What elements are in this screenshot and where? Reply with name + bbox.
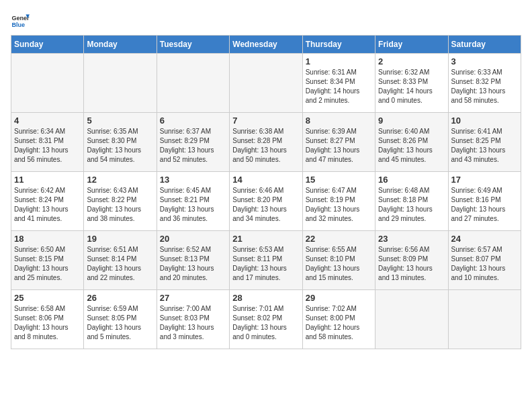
day-cell: 12Sunrise: 6:43 AMSunset: 8:22 PMDayligh…	[84, 172, 157, 231]
day-cell: 23Sunrise: 6:56 AMSunset: 8:09 PMDayligh…	[375, 231, 448, 290]
header-cell-sunday: Sunday	[11, 36, 84, 54]
day-cell	[11, 54, 84, 113]
day-info: Sunrise: 6:38 AMSunset: 8:28 PMDaylight:…	[232, 127, 299, 165]
header-cell-wednesday: Wednesday	[230, 36, 302, 54]
day-cell: 15Sunrise: 6:47 AMSunset: 8:19 PMDayligh…	[302, 172, 375, 231]
day-cell: 21Sunrise: 6:53 AMSunset: 8:11 PMDayligh…	[230, 231, 302, 290]
day-cell: 5Sunrise: 6:35 AMSunset: 8:30 PMDaylight…	[84, 113, 157, 172]
day-number: 3	[451, 56, 518, 66]
day-info: Sunrise: 6:45 AMSunset: 8:21 PMDaylight:…	[160, 186, 226, 224]
day-cell: 8Sunrise: 6:39 AMSunset: 8:27 PMDaylight…	[302, 113, 375, 172]
day-info: Sunrise: 6:31 AMSunset: 8:34 PMDaylight:…	[306, 68, 372, 105]
day-cell: 20Sunrise: 6:52 AMSunset: 8:13 PMDayligh…	[157, 231, 229, 290]
day-number: 21	[232, 234, 299, 244]
day-info: Sunrise: 6:56 AMSunset: 8:09 PMDaylight:…	[378, 245, 445, 283]
day-number: 29	[306, 293, 372, 303]
day-cell: 25Sunrise: 6:58 AMSunset: 8:06 PMDayligh…	[11, 290, 84, 349]
day-cell	[157, 54, 229, 113]
day-cell: 13Sunrise: 6:45 AMSunset: 8:21 PMDayligh…	[157, 172, 229, 231]
logo-icon: General Blue	[11, 11, 30, 30]
day-cell	[84, 54, 157, 113]
day-number: 20	[160, 234, 226, 244]
day-number: 26	[87, 293, 153, 303]
day-number: 18	[14, 234, 81, 244]
calendar-table: SundayMondayTuesdayWednesdayThursdayFrid…	[11, 35, 521, 349]
day-info: Sunrise: 6:33 AMSunset: 8:32 PMDaylight:…	[451, 68, 518, 105]
day-cell: 10Sunrise: 6:41 AMSunset: 8:25 PMDayligh…	[448, 113, 521, 172]
week-row-3: 11Sunrise: 6:42 AMSunset: 8:24 PMDayligh…	[11, 172, 521, 231]
day-cell: 29Sunrise: 7:02 AMSunset: 8:00 PMDayligh…	[302, 290, 375, 349]
day-info: Sunrise: 6:34 AMSunset: 8:31 PMDaylight:…	[14, 127, 81, 165]
day-number: 15	[306, 175, 372, 185]
day-number: 13	[160, 175, 226, 185]
week-row-1: 1Sunrise: 6:31 AMSunset: 8:34 PMDaylight…	[11, 54, 521, 113]
day-number: 8	[306, 116, 372, 126]
day-cell: 19Sunrise: 6:51 AMSunset: 8:14 PMDayligh…	[84, 231, 157, 290]
day-number: 24	[451, 234, 518, 244]
day-cell: 14Sunrise: 6:46 AMSunset: 8:20 PMDayligh…	[230, 172, 302, 231]
day-info: Sunrise: 6:49 AMSunset: 8:16 PMDaylight:…	[451, 186, 518, 224]
day-cell: 2Sunrise: 6:32 AMSunset: 8:33 PMDaylight…	[375, 54, 448, 113]
day-cell: 7Sunrise: 6:38 AMSunset: 8:28 PMDaylight…	[230, 113, 302, 172]
svg-text:Blue: Blue	[11, 21, 25, 28]
day-info: Sunrise: 6:39 AMSunset: 8:27 PMDaylight:…	[306, 127, 372, 165]
day-number: 1	[306, 56, 372, 66]
day-number: 28	[232, 293, 299, 303]
day-number: 5	[87, 116, 153, 126]
day-info: Sunrise: 6:40 AMSunset: 8:26 PMDaylight:…	[378, 127, 445, 165]
day-cell: 26Sunrise: 6:59 AMSunset: 8:05 PMDayligh…	[84, 290, 157, 349]
day-info: Sunrise: 6:37 AMSunset: 8:29 PMDaylight:…	[160, 127, 226, 165]
day-cell: 1Sunrise: 6:31 AMSunset: 8:34 PMDaylight…	[302, 54, 375, 113]
week-row-5: 25Sunrise: 6:58 AMSunset: 8:06 PMDayligh…	[11, 290, 521, 349]
day-number: 4	[14, 116, 81, 126]
day-cell	[375, 290, 448, 349]
day-cell: 22Sunrise: 6:55 AMSunset: 8:10 PMDayligh…	[302, 231, 375, 290]
header-cell-tuesday: Tuesday	[157, 36, 229, 54]
day-number: 11	[14, 175, 81, 185]
header-cell-thursday: Thursday	[302, 36, 375, 54]
day-info: Sunrise: 6:58 AMSunset: 8:06 PMDaylight:…	[14, 304, 81, 342]
day-info: Sunrise: 6:50 AMSunset: 8:15 PMDaylight:…	[14, 245, 81, 283]
day-number: 27	[160, 293, 226, 303]
day-info: Sunrise: 7:00 AMSunset: 8:03 PMDaylight:…	[160, 304, 226, 342]
day-info: Sunrise: 6:51 AMSunset: 8:14 PMDaylight:…	[87, 245, 153, 283]
day-info: Sunrise: 7:02 AMSunset: 8:00 PMDaylight:…	[306, 304, 372, 342]
day-cell: 28Sunrise: 7:01 AMSunset: 8:02 PMDayligh…	[230, 290, 302, 349]
day-cell: 17Sunrise: 6:49 AMSunset: 8:16 PMDayligh…	[448, 172, 521, 231]
day-number: 16	[378, 175, 445, 185]
day-info: Sunrise: 6:55 AMSunset: 8:10 PMDaylight:…	[306, 245, 372, 283]
day-info: Sunrise: 7:01 AMSunset: 8:02 PMDaylight:…	[232, 304, 299, 342]
day-number: 25	[14, 293, 81, 303]
logo: General Blue	[11, 11, 30, 30]
day-cell	[448, 290, 521, 349]
day-number: 2	[378, 56, 445, 66]
week-row-4: 18Sunrise: 6:50 AMSunset: 8:15 PMDayligh…	[11, 231, 521, 290]
header-cell-friday: Friday	[375, 36, 448, 54]
day-cell: 24Sunrise: 6:57 AMSunset: 8:07 PMDayligh…	[448, 231, 521, 290]
day-info: Sunrise: 6:57 AMSunset: 8:07 PMDaylight:…	[451, 245, 518, 283]
day-info: Sunrise: 6:42 AMSunset: 8:24 PMDaylight:…	[14, 186, 81, 224]
day-info: Sunrise: 6:53 AMSunset: 8:11 PMDaylight:…	[232, 245, 299, 283]
day-info: Sunrise: 6:47 AMSunset: 8:19 PMDaylight:…	[306, 186, 372, 224]
day-info: Sunrise: 6:59 AMSunset: 8:05 PMDaylight:…	[87, 304, 153, 342]
day-cell: 11Sunrise: 6:42 AMSunset: 8:24 PMDayligh…	[11, 172, 84, 231]
header-cell-saturday: Saturday	[448, 36, 521, 54]
day-number: 23	[378, 234, 445, 244]
header-row: SundayMondayTuesdayWednesdayThursdayFrid…	[11, 36, 521, 54]
day-cell	[230, 54, 302, 113]
week-row-2: 4Sunrise: 6:34 AMSunset: 8:31 PMDaylight…	[11, 113, 521, 172]
day-cell: 6Sunrise: 6:37 AMSunset: 8:29 PMDaylight…	[157, 113, 229, 172]
header: General Blue	[11, 11, 521, 30]
day-info: Sunrise: 6:32 AMSunset: 8:33 PMDaylight:…	[378, 68, 445, 105]
day-info: Sunrise: 6:41 AMSunset: 8:25 PMDaylight:…	[451, 127, 518, 165]
day-info: Sunrise: 6:48 AMSunset: 8:18 PMDaylight:…	[378, 186, 445, 224]
day-cell: 3Sunrise: 6:33 AMSunset: 8:32 PMDaylight…	[448, 54, 521, 113]
day-cell: 9Sunrise: 6:40 AMSunset: 8:26 PMDaylight…	[375, 113, 448, 172]
day-info: Sunrise: 6:46 AMSunset: 8:20 PMDaylight:…	[232, 186, 299, 224]
day-cell: 4Sunrise: 6:34 AMSunset: 8:31 PMDaylight…	[11, 113, 84, 172]
day-info: Sunrise: 6:35 AMSunset: 8:30 PMDaylight:…	[87, 127, 153, 165]
day-cell: 16Sunrise: 6:48 AMSunset: 8:18 PMDayligh…	[375, 172, 448, 231]
day-cell: 27Sunrise: 7:00 AMSunset: 8:03 PMDayligh…	[157, 290, 229, 349]
day-number: 22	[306, 234, 372, 244]
header-cell-monday: Monday	[84, 36, 157, 54]
